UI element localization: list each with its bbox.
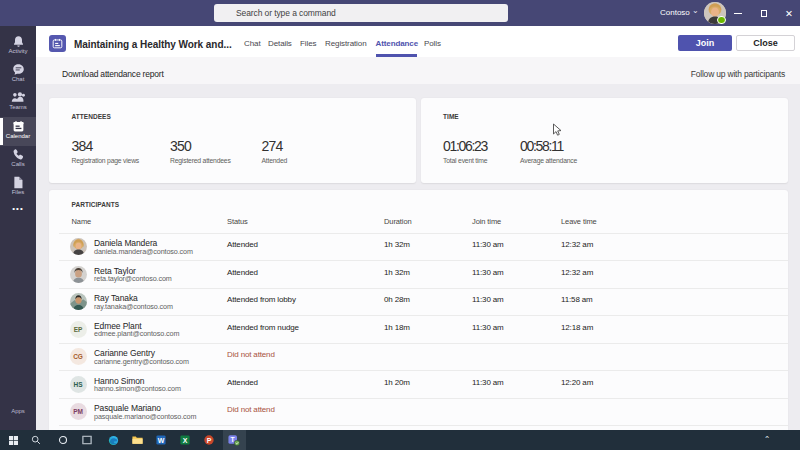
svg-text:W: W <box>158 437 165 444</box>
svg-text:X: X <box>183 437 188 444</box>
svg-text:P: P <box>207 437 212 444</box>
